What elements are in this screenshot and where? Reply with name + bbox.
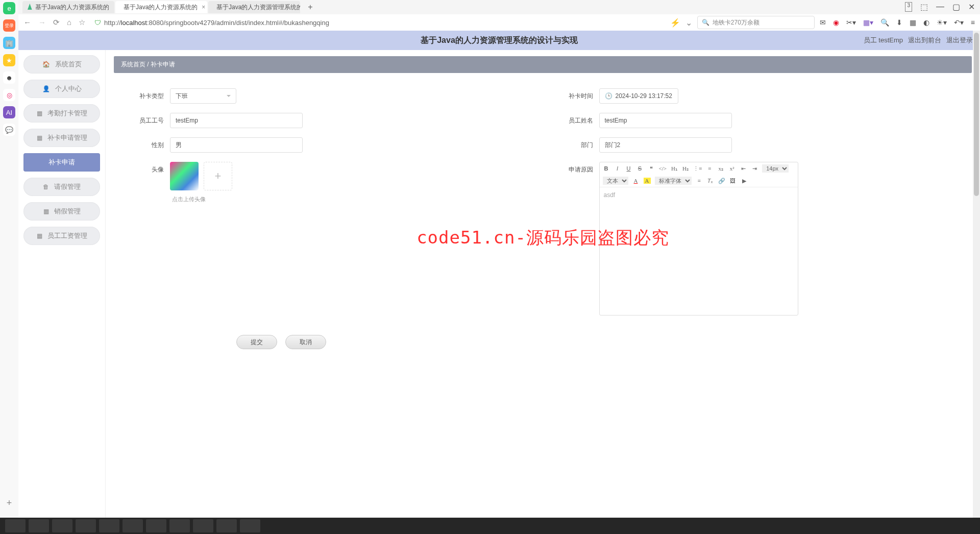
app-header: 基于Java的人力资源管理系统的设计与实现 员工 testEmp 退出到前台 退… xyxy=(18,31,980,50)
os-icon-2[interactable]: ★ xyxy=(3,54,15,66)
home-icon: 🏠 xyxy=(42,61,50,68)
submit-button[interactable]: 提交 xyxy=(236,335,277,349)
indent-icon[interactable]: ⇤ xyxy=(740,165,747,172)
dept-input[interactable]: 部门2 xyxy=(599,137,732,153)
maximize-icon[interactable]: ▢ xyxy=(952,2,960,12)
sidebar-item-home[interactable]: 🏠系统首页 xyxy=(23,55,100,74)
search-icon[interactable]: 🔍 xyxy=(880,18,889,27)
undo-icon[interactable]: ↶▾ xyxy=(954,18,964,27)
cancel-button[interactable]: 取消 xyxy=(285,335,326,349)
url-input[interactable]: 🛡 http:// localhost :8080/springbootv427… xyxy=(90,19,665,27)
sun-icon[interactable]: ☀▾ xyxy=(937,18,947,27)
editor-body[interactable]: asdf xyxy=(600,187,798,315)
qr-icon[interactable]: ⚡ xyxy=(670,18,680,28)
sidebar-item-profile[interactable]: 👤个人中心 xyxy=(23,80,100,98)
image-icon[interactable]: 🖼 xyxy=(729,178,737,184)
chevron-down-icon[interactable]: ⌄ xyxy=(685,18,692,28)
time-input[interactable]: 🕒2024-10-29 13:17:52 xyxy=(599,88,678,104)
browser-tab[interactable]: 基于Java的人力资源系统的 xyxy=(22,1,114,13)
sidebar-item-attendance[interactable]: ▦考勤打卡管理 xyxy=(23,104,100,123)
taskbar-item[interactable] xyxy=(99,519,119,532)
close-icon[interactable]: ✕ xyxy=(968,2,975,12)
ol-icon[interactable]: ⋮≡ xyxy=(693,165,702,172)
new-tab-button[interactable]: + xyxy=(304,1,316,13)
h1-icon[interactable]: H₁ xyxy=(671,165,678,172)
mail-icon[interactable]: ✉ xyxy=(820,18,826,27)
fontsize-select[interactable]: 14px xyxy=(762,164,789,173)
empname-input[interactable]: testEmp xyxy=(599,113,732,128)
sidebar-item-cancel-leave[interactable]: ▦销假管理 xyxy=(23,202,100,221)
scroll-thumb[interactable] xyxy=(974,33,979,196)
color-icon[interactable]: ◐ xyxy=(923,18,929,27)
bold-icon[interactable]: B xyxy=(603,165,610,172)
empno-input[interactable]: testEmp xyxy=(170,113,303,128)
os-icon-browser[interactable]: e xyxy=(3,2,15,14)
weibo-icon[interactable]: ◉ xyxy=(833,18,839,27)
sup-icon[interactable]: x² xyxy=(728,165,736,172)
taskbar-item[interactable] xyxy=(76,519,96,532)
strike-icon[interactable]: S xyxy=(636,165,644,172)
taskbar-item[interactable] xyxy=(29,519,49,532)
textcolor-icon[interactable]: A xyxy=(632,178,640,184)
reload-icon[interactable]: ⟳ xyxy=(53,18,60,27)
os-add-icon[interactable]: + xyxy=(7,498,12,508)
back-icon[interactable]: ← xyxy=(23,18,31,27)
taskbar-item[interactable] xyxy=(122,519,143,532)
browser-tab[interactable]: 基于Java的人力资源系统的 × xyxy=(115,1,207,13)
browser-tab[interactable]: 基于Java的人力资源管理系统的 xyxy=(208,1,300,13)
home-icon[interactable]: ⌂ xyxy=(67,18,71,27)
minimize-icon[interactable]: — xyxy=(936,2,944,12)
outdent-icon[interactable]: ⇥ xyxy=(751,165,758,172)
code-icon[interactable]: </> xyxy=(659,165,667,172)
scrollbar[interactable] xyxy=(973,31,980,534)
os-icon-5[interactable]: AI xyxy=(3,106,15,118)
upload-button[interactable]: + xyxy=(204,162,232,190)
quote-icon[interactable]: ❝ xyxy=(648,165,655,172)
close-icon[interactable]: × xyxy=(202,4,205,11)
os-icon-4[interactable]: ◎ xyxy=(3,89,15,101)
underline-icon[interactable]: U xyxy=(625,165,632,172)
h2-icon[interactable]: H₂ xyxy=(682,165,689,172)
os-icon-login[interactable]: 登录 xyxy=(3,19,15,32)
sidebar-item-cardreq[interactable]: 补卡申请 xyxy=(23,153,100,172)
os-icon-6[interactable]: 💬 xyxy=(3,124,15,136)
grid-icon[interactable]: ▦▾ xyxy=(863,18,873,27)
taskbar-item[interactable] xyxy=(5,519,26,532)
logout-link[interactable]: 退出登录 xyxy=(946,36,973,45)
align-icon[interactable]: ≡ xyxy=(696,178,703,184)
scissors-icon[interactable]: ✂▾ xyxy=(846,18,856,27)
type-select[interactable]: 下班 xyxy=(170,88,236,104)
taskbar-item[interactable] xyxy=(169,519,190,532)
ul-icon[interactable]: ≡ xyxy=(706,165,713,172)
sub-icon[interactable]: x₂ xyxy=(717,165,724,172)
avatar-image[interactable] xyxy=(170,162,199,190)
link-icon[interactable]: 🔗 xyxy=(718,178,725,184)
bgcolor-icon[interactable]: A xyxy=(644,178,651,184)
sidebar-item-salary[interactable]: ▦员工工资管理 xyxy=(23,227,100,245)
tab-count-badge[interactable]: 3 xyxy=(905,2,912,12)
menu-icon[interactable]: ≡ xyxy=(971,18,975,27)
font-select[interactable]: 标准字体 xyxy=(655,177,692,185)
sidebar-item-cardreq-mgmt[interactable]: ▦补卡申请管理 xyxy=(23,129,100,147)
taskbar-item[interactable] xyxy=(240,519,260,532)
browser-search[interactable]: 🔍 地铁卡270万余额 xyxy=(697,16,815,29)
extension-icon[interactable]: ⬚ xyxy=(920,2,928,12)
italic-icon[interactable]: I xyxy=(614,165,621,172)
texttype-select[interactable]: 文本 xyxy=(603,177,628,185)
apps-icon[interactable]: ▦ xyxy=(910,18,916,27)
star-icon[interactable]: ☆ xyxy=(79,18,85,27)
logout-front-link[interactable]: 退出到前台 xyxy=(908,36,941,45)
video-icon[interactable]: ▶ xyxy=(741,178,748,184)
clear-icon[interactable]: Tₓ xyxy=(707,178,714,184)
sidebar-item-leave[interactable]: 🗑请假管理 xyxy=(23,178,100,196)
download-icon[interactable]: ⬇ xyxy=(896,18,902,27)
os-icon-1[interactable]: 🏢 xyxy=(3,37,15,49)
gender-input[interactable]: 男 xyxy=(170,137,303,153)
os-icon-3[interactable]: ☻ xyxy=(3,71,15,84)
forward-icon[interactable]: → xyxy=(38,18,46,27)
taskbar-item[interactable] xyxy=(52,519,72,532)
taskbar-item[interactable] xyxy=(146,519,166,532)
breadcrumb-home[interactable]: 系统首页 xyxy=(121,61,145,68)
taskbar-item[interactable] xyxy=(193,519,213,532)
taskbar-item[interactable] xyxy=(216,519,237,532)
